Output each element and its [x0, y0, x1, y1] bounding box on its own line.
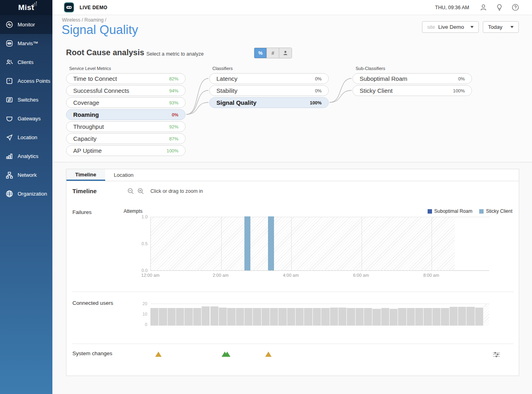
- person-icon: [283, 50, 288, 56]
- connected-users-bar[interactable]: [466, 307, 474, 326]
- metric-pill-suboptimal-roam[interactable]: Suboptimal Roam0%: [352, 73, 472, 84]
- mist-logo[interactable]: Mist: [0, 0, 52, 15]
- sidebar-item-organization[interactable]: Organization: [0, 184, 52, 203]
- metric-value: 100%: [453, 88, 465, 93]
- marvis-org-icon[interactable]: [64, 2, 74, 12]
- connected-users-bar[interactable]: [296, 308, 304, 326]
- metric-pill-capacity[interactable]: Capacity87%: [66, 133, 186, 144]
- connected-users-bar[interactable]: [236, 308, 244, 326]
- sidebar-item-clients[interactable]: Clients: [0, 53, 52, 72]
- connected-users-bar[interactable]: [227, 308, 235, 326]
- sidebar-item-network[interactable]: Network: [0, 166, 52, 184]
- connected-users-bar[interactable]: [244, 308, 252, 326]
- connected-users-bar[interactable]: [193, 308, 201, 326]
- connected-users-bar[interactable]: [304, 308, 312, 326]
- site-selector[interactable]: site Live Demo: [422, 21, 479, 33]
- system-change-marker[interactable]: [264, 351, 275, 359]
- connected-users-bar[interactable]: [372, 309, 380, 326]
- toggle-users-button[interactable]: [279, 48, 292, 58]
- gateways-icon: [5, 115, 13, 123]
- connected-users-bar[interactable]: [356, 308, 364, 326]
- toggle-count-button[interactable]: #: [267, 48, 279, 58]
- failure-bar-sticky-client[interactable]: [244, 216, 250, 270]
- metric-value: 87%: [169, 136, 178, 141]
- connected-users-bar[interactable]: [330, 308, 338, 326]
- connected-users-bar[interactable]: [432, 308, 440, 326]
- sidebar-item-switches[interactable]: Switches: [0, 90, 52, 109]
- connected-users-y-tick: 10: [135, 312, 147, 316]
- connected-users-bar[interactable]: [364, 308, 372, 326]
- metric-pill-ap-uptime[interactable]: AP Uptime100%: [66, 145, 186, 156]
- system-change-marker[interactable]: [222, 351, 232, 359]
- failures-chart[interactable]: [150, 217, 489, 271]
- metric-pill-stability[interactable]: Stability0%: [209, 85, 329, 96]
- metric-pill-latency[interactable]: Latency0%: [209, 73, 329, 84]
- toggle-percent-button[interactable]: %: [254, 48, 267, 58]
- metric-value: 0%: [172, 112, 178, 117]
- connected-users-chart[interactable]: [150, 304, 489, 326]
- sidebar-item-label: Gateways: [18, 116, 41, 122]
- metric-pill-coverage[interactable]: Coverage93%: [66, 97, 186, 108]
- connected-users-bar[interactable]: [159, 308, 167, 326]
- bulb-icon[interactable]: [496, 4, 503, 11]
- sliders-filter-icon[interactable]: [493, 351, 500, 358]
- connected-users-bar[interactable]: [262, 308, 270, 326]
- sidebar-nav: MonitorMarvis™ClientsAccess PointsSwitch…: [0, 15, 52, 203]
- connected-users-bar[interactable]: [441, 308, 449, 326]
- connected-users-bar[interactable]: [321, 308, 329, 326]
- connected-users-bar[interactable]: [168, 308, 176, 326]
- system-change-marker[interactable]: [154, 351, 165, 359]
- connected-users-bar[interactable]: [407, 308, 415, 326]
- breadcrumb[interactable]: Wireless / Roaming /: [62, 17, 106, 23]
- tab-location[interactable]: Location: [105, 169, 142, 181]
- site-prefix-label: site: [427, 24, 435, 30]
- connected-users-bar[interactable]: [475, 308, 483, 326]
- row-divider: [72, 292, 514, 292]
- sidebar-item-monitor[interactable]: Monitor: [0, 15, 52, 34]
- zoom-in-icon[interactable]: [137, 188, 144, 195]
- metric-pill-sticky-client[interactable]: Sticky Client100%: [352, 85, 472, 96]
- metric-pill-throughput[interactable]: Throughput92%: [66, 121, 186, 132]
- tab-timeline[interactable]: Timeline: [66, 169, 105, 181]
- connected-users-bar[interactable]: [390, 309, 398, 326]
- connected-users-bar[interactable]: [270, 308, 278, 326]
- connected-users-bar[interactable]: [424, 308, 432, 326]
- connected-users-bar[interactable]: [398, 308, 406, 326]
- connected-users-bar[interactable]: [253, 308, 261, 326]
- connected-users-bar[interactable]: [415, 308, 423, 326]
- system-changes-row-label: System changes: [72, 350, 112, 356]
- connected-users-bar[interactable]: [458, 307, 466, 326]
- sidebar-item-access-points[interactable]: Access Points: [0, 72, 52, 90]
- metric-pill-roaming[interactable]: Roaming0%: [66, 109, 186, 120]
- sidebar-item-location[interactable]: Location: [0, 128, 52, 147]
- connected-users-bar[interactable]: [184, 308, 192, 326]
- metric-pill-signal-quality[interactable]: Signal Quality100%: [209, 97, 329, 108]
- metric-label: Capacity: [73, 135, 96, 142]
- connected-users-bar[interactable]: [176, 308, 184, 326]
- metric-label: Coverage: [73, 99, 99, 106]
- marvis-visor: [66, 6, 72, 9]
- connected-users-bar[interactable]: [287, 308, 295, 326]
- metric-pill-successful-connects[interactable]: Successful Connects94%: [66, 85, 186, 96]
- connected-users-bar[interactable]: [278, 308, 286, 326]
- failure-bar-sticky-client[interactable]: [268, 216, 274, 270]
- connected-users-bar[interactable]: [202, 306, 210, 326]
- site-value-label: Live Demo: [438, 24, 464, 30]
- connected-users-bar[interactable]: [381, 308, 389, 326]
- connected-users-bar[interactable]: [150, 308, 158, 326]
- connected-users-bar[interactable]: [338, 308, 346, 326]
- connected-users-bar[interactable]: [210, 306, 218, 326]
- sidebar-item-gateways[interactable]: Gateways: [0, 109, 52, 128]
- user-icon[interactable]: [480, 4, 487, 11]
- metric-value: 0%: [458, 76, 465, 81]
- sidebar-item-analytics[interactable]: Analytics: [0, 147, 52, 166]
- sidebar-item-marvis[interactable]: Marvis™: [0, 34, 52, 53]
- help-icon[interactable]: [512, 4, 519, 11]
- time-range-selector[interactable]: Today: [483, 21, 519, 33]
- connected-users-bar[interactable]: [313, 308, 321, 326]
- metric-pill-time-to-connect[interactable]: Time to Connect82%: [66, 73, 186, 84]
- connected-users-bar[interactable]: [347, 308, 355, 326]
- connected-users-bar[interactable]: [450, 307, 458, 326]
- connected-users-bar[interactable]: [219, 308, 227, 326]
- zoom-out-icon[interactable]: [127, 188, 134, 195]
